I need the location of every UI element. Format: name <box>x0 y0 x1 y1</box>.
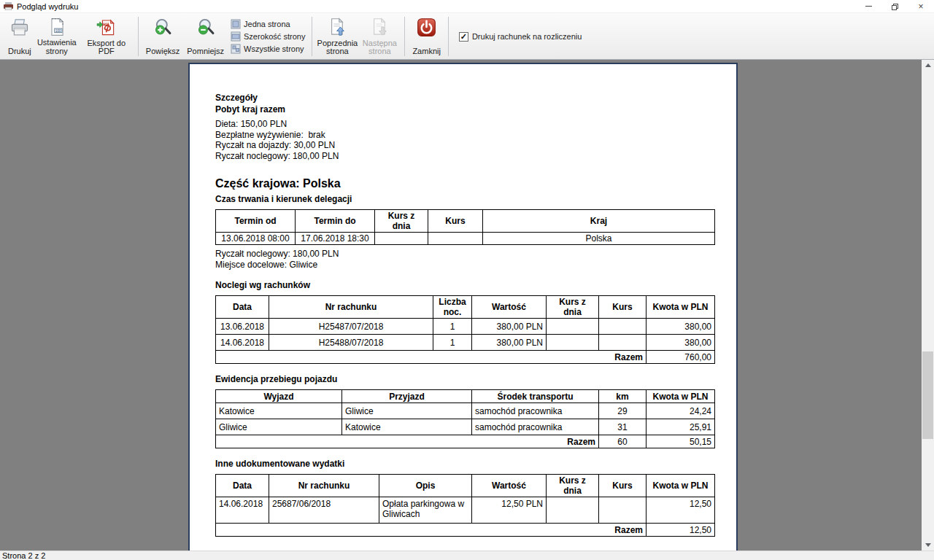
table-cell: 25,91 <box>647 419 715 435</box>
mileage-table: WyjazdPrzyjazdŚrodek transportukmKwota w… <box>215 389 715 448</box>
power-icon <box>417 18 436 39</box>
print-receipt-checkbox[interactable] <box>459 32 468 42</box>
close-icon: × <box>918 1 923 12</box>
table-header-cell: Liczba noc. <box>433 296 472 319</box>
toolbar-separator <box>404 17 405 56</box>
detail-line: Dieta: 150,00 PLN <box>215 119 714 130</box>
export-pdf-icon: PDF <box>96 18 116 39</box>
table-cell: 1 <box>433 335 472 351</box>
details-heading: Szczegóły <box>215 92 714 104</box>
detail-line: Miejsce docelowe: Gliwice <box>215 260 714 271</box>
table-header-cell: Kwota w PLN <box>647 296 715 319</box>
table-cell <box>428 233 483 245</box>
table-header-cell: Kraj <box>483 210 715 233</box>
table-cell: 760,00 <box>647 351 715 364</box>
close-preview-button[interactable]: Zamknij <box>409 15 444 58</box>
page-setup-button[interactable]: 100 Ustawienia strony <box>35 15 79 58</box>
document-page: Szczegóły Pobyt kraj razem Dieta: 150,00… <box>188 63 738 551</box>
print-button-label: Drukuj <box>8 47 31 57</box>
title-bar: Podgląd wydruku × <box>0 0 934 13</box>
page-indicator: Strona 2 z 2 <box>2 552 45 560</box>
table-header-cell: km <box>599 390 647 403</box>
table-header-cell: Nr rachunku <box>269 475 379 497</box>
window-controls: × <box>855 0 934 12</box>
table-cell: 31 <box>599 419 647 435</box>
table-row: Razem12,50 <box>216 524 715 537</box>
toolbar-separator <box>448 17 449 56</box>
zoom-out-button-label: Pomniejsz <box>187 47 224 57</box>
one-page-button[interactable]: Jedna strona <box>231 19 305 29</box>
page-setup-button-label: Ustawienia strony <box>37 39 77 56</box>
one-page-icon <box>231 19 241 29</box>
preview-area: Szczegóły Pobyt kraj razem Dieta: 150,00… <box>0 60 934 551</box>
table-header-cell: Termin od <box>216 210 296 233</box>
table-cell: 25687/06/2018 <box>269 497 379 524</box>
minimize-icon <box>865 6 872 7</box>
table-row: Razem6050,15 <box>216 435 715 448</box>
table-cell: Polska <box>483 233 715 245</box>
zoom-out-button[interactable]: Pomniejsz <box>183 15 228 58</box>
zoom-in-button[interactable]: Powiększ <box>142 15 183 58</box>
zoom-out-icon <box>196 18 216 40</box>
next-page-button[interactable]: Następna strona <box>358 15 401 58</box>
zoom-in-button-label: Powiększ <box>146 47 180 57</box>
chevron-down-icon <box>925 543 931 547</box>
table-header-cell: Termin do <box>296 210 375 233</box>
restore-button[interactable] <box>881 0 908 12</box>
table-header-cell: Kurs <box>428 210 483 233</box>
table-header-cell: Nr rachunku <box>269 296 433 319</box>
table-header-cell: Wyjazd <box>216 390 342 403</box>
minimize-button[interactable] <box>855 0 881 12</box>
print-button[interactable]: Drukuj <box>4 15 35 58</box>
other-expenses-table-title: Inne udokumentowane wydatki <box>215 459 714 470</box>
restore-icon <box>892 4 898 9</box>
vertical-scrollbar[interactable] <box>922 60 934 551</box>
detail-line: Ryczałt noclegowy: 180,00 PLN <box>215 151 714 162</box>
svg-text:PDF: PDF <box>104 23 109 26</box>
other-expenses-table: DataNr rachunkuOpisWartośćKurs z dniaKur… <box>215 474 715 537</box>
window-title: Podgląd wydruku <box>17 2 78 11</box>
table-row: 13.06.2018 08:0017.06.2018 18:30Polska <box>216 233 715 245</box>
table-cell: 380,00 PLN <box>472 335 547 351</box>
table-cell: samochód pracownika <box>472 403 599 419</box>
table-header-cell: Kurs z dnia <box>547 296 599 319</box>
chevron-up-icon <box>925 63 931 67</box>
close-preview-button-label: Zamknij <box>412 47 441 57</box>
table-header-cell: Kurs z dnia <box>375 210 428 233</box>
table-cell: 14.06.2018 <box>216 335 269 351</box>
scrollbar-thumb[interactable] <box>922 351 933 439</box>
export-pdf-button[interactable]: PDF Eksport do PDF <box>79 15 134 58</box>
status-bar: Strona 2 z 2 <box>0 551 934 560</box>
scroll-up-button[interactable] <box>922 60 934 71</box>
table-row: 14.06.2018H25488/07/20181380,00 PLN380,0… <box>216 335 715 351</box>
table-header-cell: Kurs <box>599 296 647 319</box>
table-cell: Razem <box>216 524 647 537</box>
scroll-down-button[interactable] <box>922 540 934 551</box>
table-row: 13.06.2018H25487/07/20181380,00 PLN380,0… <box>216 319 715 335</box>
table-cell: 13.06.2018 08:00 <box>216 233 296 245</box>
detail-line: Ryczałt na dojazdy: 30,00 PLN <box>215 140 714 151</box>
table-cell: Razem <box>216 351 647 364</box>
table-cell: Opłata parkingowa w Gliwicach <box>379 497 472 524</box>
view-mode-buttons: Jedna strona Szerokość strony Wszystkie … <box>228 15 308 58</box>
previous-page-button[interactable]: Poprzednia strona <box>316 15 358 58</box>
lodging-table: DataNr rachunkuLiczba noc.WartośćKurs z … <box>215 295 715 364</box>
table-cell: 12,50 <box>647 497 715 524</box>
page-width-button[interactable]: Szerokość strony <box>231 31 305 42</box>
table-cell <box>599 319 647 335</box>
close-button[interactable]: × <box>908 0 934 12</box>
lodging-table-title: Noclegi wg rachunków <box>215 280 714 291</box>
all-pages-button[interactable]: Wszystkie strony <box>231 44 305 54</box>
print-receipt-option: Drukuj rachunek na rozliczeniu <box>459 32 582 42</box>
table-header-cell: Środek transportu <box>472 390 599 403</box>
table-cell: 29 <box>599 403 647 419</box>
table-cell: 12,50 PLN <box>472 497 547 524</box>
table-row: GliwiceKatowicesamochód pracownika3125,9… <box>216 419 715 435</box>
table-cell: 380,00 PLN <box>472 319 547 335</box>
previous-page-button-label: Poprzednia strona <box>317 39 358 57</box>
table-cell: 17.06.2018 18:30 <box>296 233 375 245</box>
table-cell: Razem <box>216 435 599 448</box>
svg-text:100: 100 <box>55 29 61 33</box>
table-header-cell: Kwota w PLN <box>647 475 715 497</box>
table-cell: 1 <box>433 319 472 335</box>
